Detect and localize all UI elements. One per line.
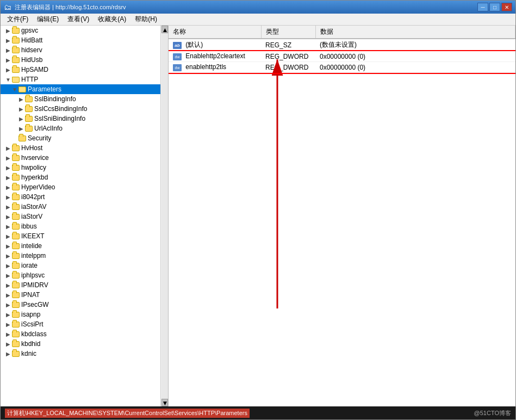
tree-toggle[interactable]: ▶ [5, 292, 11, 298]
tree-node-Parameters[interactable]: ▼ Parameters [1, 84, 160, 94]
tree-toggle[interactable]: ▶ [5, 145, 11, 151]
tree-toggle[interactable]: ▶ [5, 282, 11, 288]
tree-toggle[interactable]: ▶ [5, 164, 11, 171]
menu-edit[interactable]: 编辑(E) [33, 14, 63, 25]
tree-node-iaStorAV[interactable]: ▶ iaStorAV [1, 202, 160, 212]
tree-node-HidUsb[interactable]: ▶ HidUsb [1, 55, 160, 65]
tree-node-SslCcsBindingInfo[interactable]: ▶ SslCcsBindingInfo [1, 104, 160, 114]
tree-toggle[interactable]: ▶ [5, 223, 11, 230]
tree-node-HTTP[interactable]: ▼ HTTP [1, 75, 160, 84]
tree-node-HyperVideo[interactable]: ▶ HyperVideo [1, 182, 160, 192]
tree-toggle[interactable]: ▶ [5, 174, 11, 181]
tree-toggle[interactable]: ▶ [5, 262, 11, 269]
col-data: 数据 [315, 26, 515, 39]
tree-label-IKEEXT: IKEEXT [21, 232, 45, 240]
tree-toggle[interactable]: ▶ [5, 213, 11, 220]
tree-node-UrlAclInfo[interactable]: ▶ UrlAclInfo [1, 123, 160, 133]
tree-toggle[interactable]: ▶ [5, 203, 11, 210]
minimize-button[interactable]: ─ [477, 3, 488, 11]
tree-toggle[interactable]: ▶ [18, 125, 24, 132]
tree-toggle[interactable]: ▶ [5, 66, 11, 73]
tree-toggle[interactable]: ▶ [5, 301, 11, 308]
tree-label-HidBatt: HidBatt [21, 36, 42, 44]
tree-node-iorate[interactable]: ▶ iorate [1, 261, 160, 270]
tree-node-Security[interactable]: Security [1, 133, 160, 143]
tree-node-IPMIDRV[interactable]: ▶ IPMIDRV [1, 280, 160, 290]
tree-node-ibbus[interactable]: ▶ ibbus [1, 221, 160, 231]
tree-toggle[interactable]: ▶ [5, 184, 11, 190]
tree-label-HpSAMD: HpSAMD [21, 66, 48, 73]
type-icon-dw: dw [173, 64, 182, 71]
tree-node-kbdclass[interactable]: ▶ kbdclass [1, 329, 160, 339]
folder-open-icon [18, 85, 27, 93]
tree-toggle[interactable]: ▶ [5, 331, 11, 337]
tree-toggle[interactable]: ▶ [5, 57, 11, 63]
tree-node-HvHost[interactable]: ▶ HvHost [1, 143, 160, 153]
tree-toggle[interactable]: ▶ [5, 37, 11, 44]
content-pane: 名称 类型 数据 ab (默认) REG_SZ [169, 26, 515, 406]
tree-toggle[interactable]: ▼ [5, 76, 11, 83]
tree-toggle[interactable]: ▶ [5, 233, 11, 239]
tree-node-SslSniBindingInfo[interactable]: ▶ SslSniBindingInfo [1, 114, 160, 123]
folder-icon [11, 262, 20, 269]
scroll-down-arrow[interactable]: ▼ [161, 399, 168, 406]
tree-toggle[interactable]: ▶ [5, 243, 11, 249]
tree-toggle[interactable]: ▶ [18, 115, 24, 122]
folder-icon [11, 164, 20, 171]
tree-node-HidBatt[interactable]: ▶ HidBatt [1, 35, 160, 45]
tree-node-IPNAT[interactable]: ▶ IPNAT [1, 290, 160, 300]
tree-toggle[interactable]: ▶ [5, 341, 11, 347]
tree-toggle[interactable]: ▶ [5, 272, 11, 279]
tree-node-hidserv[interactable]: ▶ hidserv [1, 45, 160, 55]
tree-toggle[interactable]: ▶ [5, 194, 11, 200]
tree-node-hwpolicy[interactable]: ▶ hwpolicy [1, 163, 160, 172]
tree-label-IPNAT: IPNAT [21, 291, 40, 299]
row-name-text: (默认) [185, 41, 203, 48]
window-controls: ─ □ ✕ [477, 3, 512, 11]
tree-toggle[interactable]: ▶ [5, 155, 11, 161]
tree-toggle[interactable]: ▶ [5, 27, 11, 34]
menu-view[interactable]: 查看(V) [63, 14, 94, 25]
row-name: dw enablehttp2tls [169, 62, 261, 73]
maximize-button[interactable]: □ [489, 3, 500, 11]
tree-toggle[interactable]: ▶ [5, 321, 11, 328]
tree-node-isapnp[interactable]: ▶ isapnp [1, 310, 160, 319]
folder-icon [18, 134, 27, 142]
tree-node-IKEEXT[interactable]: ▶ IKEEXT [1, 231, 160, 241]
table-row[interactable]: ab (默认) REG_SZ (数值未设置) [169, 39, 515, 51]
tree-node-hyperkbd[interactable]: ▶ hyperkbd [1, 172, 160, 182]
table-row[interactable]: dw Enablehttp2cleartext REG_DWORD 0x0000… [169, 51, 515, 62]
tree-node-intelide[interactable]: ▶ intelide [1, 241, 160, 251]
tree-node-iphlpsvc[interactable]: ▶ iphlpsvc [1, 270, 160, 280]
menu-favorites[interactable]: 收藏夹(A) [94, 14, 130, 25]
menu-help[interactable]: 帮助(H) [130, 14, 161, 25]
tree-toggle[interactable]: ▶ [18, 106, 24, 112]
folder-icon [11, 193, 20, 201]
tree-label-hidserv: hidserv [21, 46, 42, 54]
tree-node-SslBindingInfo[interactable]: ▶ SslBindingInfo [1, 94, 160, 104]
tree-toggle[interactable]: ▶ [5, 311, 11, 318]
tree-pane[interactable]: ▶ gpsvc ▶ HidBatt ▶ hidserv ▶ [1, 26, 161, 406]
folder-icon [24, 115, 33, 122]
table-row[interactable]: dw enablehttp2tls REG_DWORD 0x00000000 (… [169, 62, 515, 73]
tree-node-kdnic[interactable]: ▶ kdnic [1, 349, 160, 359]
close-button[interactable]: ✕ [501, 3, 512, 11]
tree-node-iScsiPrt[interactable]: ▶ iScsiPrt [1, 319, 160, 329]
tree-toggle[interactable]: ▼ [11, 86, 18, 92]
tree-node-IPsecGW[interactable]: ▶ IPsecGW [1, 300, 160, 310]
tree-toggle[interactable]: ▶ [18, 96, 24, 102]
row-name: ab (默认) [169, 39, 261, 51]
tree-node-intelppm[interactable]: ▶ intelppm [1, 251, 160, 261]
tree-node-HpSAMD[interactable]: ▶ HpSAMD [1, 65, 160, 75]
menu-file[interactable]: 文件(F) [3, 14, 33, 25]
tree-scrollbar[interactable]: ▲ ▼ [161, 26, 169, 406]
tree-node-kbdhid[interactable]: ▶ kbdhid [1, 339, 160, 349]
tree-toggle[interactable]: ▶ [5, 350, 11, 357]
tree-node-iaStorV[interactable]: ▶ iaStorV [1, 212, 160, 221]
tree-toggle[interactable]: ▶ [5, 47, 11, 53]
scroll-up-arrow[interactable]: ▲ [161, 26, 168, 33]
tree-node-i8042prt[interactable]: ▶ i8042prt [1, 192, 160, 202]
tree-node-hvservice[interactable]: ▶ hvservice [1, 153, 160, 163]
tree-toggle[interactable]: ▶ [5, 252, 11, 259]
tree-node-gpsvc[interactable]: ▶ gpsvc [1, 26, 160, 35]
